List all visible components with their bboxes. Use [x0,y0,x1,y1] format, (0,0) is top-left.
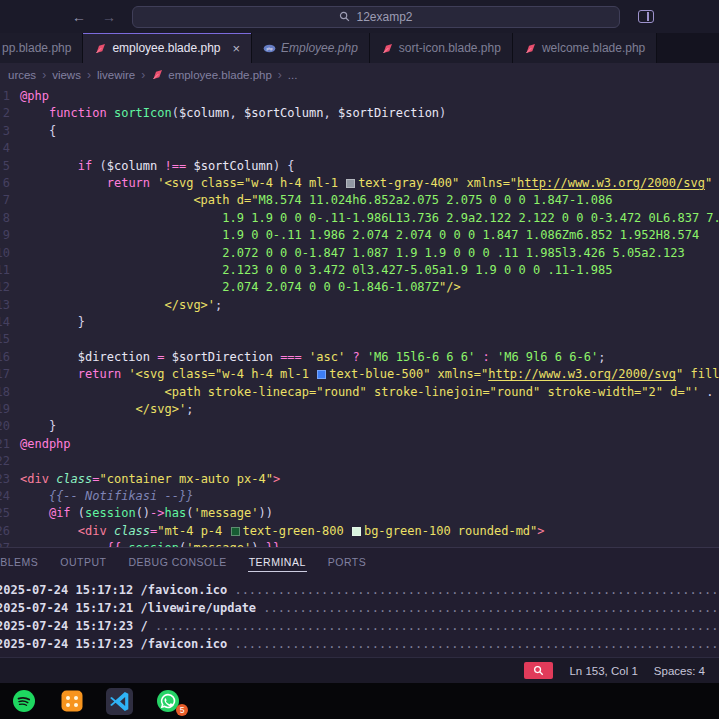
terminal-content[interactable]: 2025-07-24 15:17:12 /favicon.ico .......… [0,574,719,653]
code-line: 10 2.072 0 0 0-1.847 1.087 1.9 1.9 0 0 0… [0,245,719,262]
spotify-icon[interactable] [10,688,37,715]
breadcrumb-label: urces [8,69,36,81]
orange-app-icon[interactable] [58,688,85,715]
tab-label: pp.blade.php [2,41,71,55]
line-number: 16 [0,349,10,366]
search-label: 12examp2 [356,10,412,24]
blade-file-icon [524,42,537,55]
whatsapp-icon[interactable]: 5 [154,688,181,715]
code-line: 3 { [0,123,719,140]
code-line: 14 } [0,314,719,331]
breadcrumb-label: livewire [97,69,135,81]
code-line: 1@php [0,88,719,105]
status-search-badge[interactable] [524,662,553,679]
terminal-dots: ........................................… [234,635,719,653]
tab-employee.blade.php[interactable]: employee.blade.php× [83,33,252,63]
terminal-request-text: 2025-07-24 15:17:23 /favicon.ico [0,635,234,653]
spotify-logo-icon [12,689,36,713]
line-number: 9 [0,227,10,244]
vscode-icon[interactable] [106,688,133,715]
code-line: 7 <path d="M8.574 11.024h6.852a2.075 2.0… [0,192,719,209]
color-decorator[interactable] [231,527,240,536]
code-line: 12 2.074 2.074 0 0 0-1.846-1.087Z"/> [0,279,719,296]
tab-close-icon[interactable]: × [233,42,241,55]
title-bar: ← → 12examp2 [0,0,719,33]
code-line: 16 $direction = $sortDirection === 'asc'… [0,349,719,366]
svg-text:php: php [266,46,272,50]
code-line: 21@endphp [0,436,719,453]
breadcrumb-separator: › [141,68,145,82]
nav-arrows: ← → [72,9,116,25]
code-line: 20 } [0,418,719,435]
line-number: 25 [0,505,10,522]
tab-Employee.php[interactable]: phpEmployee.php [252,33,370,63]
breadcrumb-item[interactable]: urces [8,69,36,81]
line-number: 6 [0,175,10,192]
tab-sort-icon.blade.php[interactable]: sort-icon.blade.php [370,33,513,63]
line-number: 11 [0,262,10,279]
color-decorator[interactable] [346,179,355,188]
line-number: 21 [0,436,10,453]
code-line: 19 </svg>'; [0,401,719,418]
blade-file-icon [381,42,394,55]
back-icon[interactable]: ← [72,9,86,25]
line-number: 15 [0,331,10,348]
magnifier-icon [533,665,544,676]
forward-icon[interactable]: → [102,9,116,25]
color-decorator[interactable] [317,370,326,379]
blade-file-icon [94,42,107,55]
breadcrumb-item[interactable]: ... [288,69,298,81]
terminal-dots: ........................................… [155,617,719,635]
code-line: 5 if ($column !== $sortColumn) { [0,158,719,175]
whatsapp-badge: 5 [176,704,188,716]
panel-tab-ports[interactable]: PORTS [327,551,367,571]
indentation-setting[interactable]: Spaces: 4 [654,665,705,677]
terminal-request-text: 2025-07-24 15:17:23 / [0,617,155,635]
terminal-line: 2025-07-24 15:17:12 /favicon.ico .......… [0,581,719,599]
terminal-dots: ........................................… [234,581,719,599]
line-number: 20 [0,418,10,435]
tab-bar: pp.blade.phpemployee.blade.php×phpEmploy… [0,33,719,63]
code-line: 13 </svg>'; [0,297,719,314]
panel-tab-terminal[interactable]: TERMINAL [248,551,307,572]
code-line: 15 [0,331,719,348]
line-number: 3 [0,123,10,140]
orange-app-logo-icon [60,689,84,713]
taskbar: 5 [0,683,719,719]
command-center-search[interactable]: 12examp2 [132,6,620,28]
php-file-icon: php [263,42,276,55]
code-line: 26 <div class="mt-4 p-4 text-green-800 b… [0,523,719,540]
breadcrumb-item[interactable]: employee.blade.php [151,68,272,81]
tab-label: Employee.php [281,41,358,55]
cursor-position[interactable]: Ln 153, Col 1 [569,665,637,677]
line-number: 18 [0,384,10,401]
layout-icon[interactable] [638,10,654,23]
breadcrumb-item[interactable]: livewire [97,69,135,81]
tab-welcome.blade.php[interactable]: welcome.blade.php [513,33,657,63]
color-decorator[interactable] [352,527,361,536]
line-number: 13 [0,297,10,314]
terminal-dots: ........................................… [263,599,719,617]
blade-file-icon [151,68,164,81]
breadcrumb-label: ... [288,69,298,81]
line-number: 12 [0,279,10,296]
tab-label: employee.blade.php [112,41,220,55]
terminal-line: 2025-07-24 15:17:21 /livewire/update ...… [0,599,719,617]
breadcrumb-separator: › [278,68,282,82]
line-number: 4 [0,140,10,157]
panel-tab-debug-console[interactable]: DEBUG CONSOLE [128,551,228,571]
code-line: 25 @if (session()->has('message')) [0,505,719,522]
line-number: 26 [0,523,10,540]
tab-pp.blade.php[interactable]: pp.blade.php [0,33,83,63]
line-number: 5 [0,158,10,175]
terminal-request-text: 2025-07-24 15:17:12 /favicon.ico [0,581,234,599]
tab-label: welcome.blade.php [542,41,645,55]
code-area[interactable]: 1@php2 function sortIcon($column, $sortC… [0,86,719,547]
panel-tab-output[interactable]: OUTPUT [59,551,107,571]
breadcrumb-item[interactable]: views [52,69,81,81]
vscode-logo-icon [108,690,131,713]
code-line: 9 1.9 0 0-.11 1.986 2.074 2.074 0 0 0 1.… [0,227,719,244]
bottom-panel: PROBLEMSOUTPUTDEBUG CONSOLETERMINALPORTS… [0,547,719,657]
breadcrumb-label: views [52,69,81,81]
panel-tab-problems[interactable]: PROBLEMS [0,551,39,571]
